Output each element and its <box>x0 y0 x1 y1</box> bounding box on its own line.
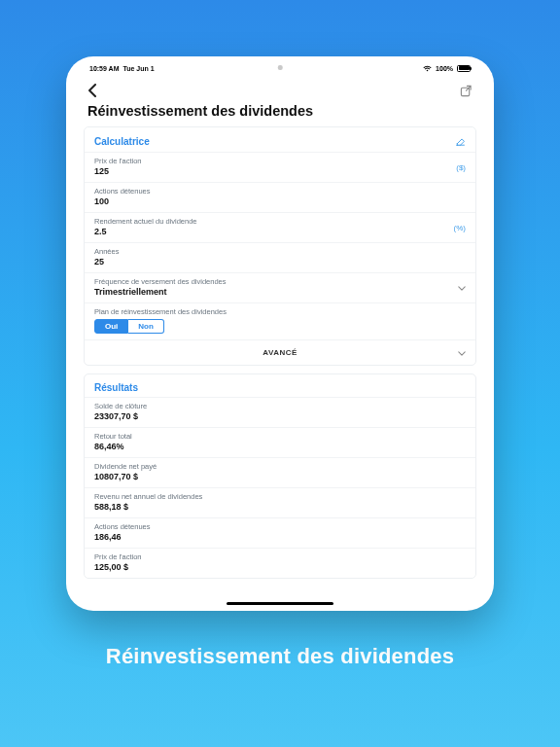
battery-icon <box>457 65 471 72</box>
result-value: 86,46% <box>94 442 466 451</box>
field-value: 125 <box>94 166 466 176</box>
result-value: 186,46 <box>94 532 466 542</box>
field-years[interactable]: Années 25 <box>85 242 475 272</box>
status-time: 10:59 AM Tue Jun 1 <box>89 65 155 72</box>
field-label: Plan de réinvestissement des dividendes <box>94 307 466 316</box>
result-price: Prix de l'action 125,00 $ <box>85 548 475 578</box>
result-net-paid: Dividende net payé 10807,70 $ <box>85 457 475 487</box>
wifi-icon <box>423 65 432 72</box>
header-row <box>66 76 494 103</box>
results-card-head: Résultats <box>85 374 475 397</box>
tablet-frame: 10:59 AM Tue Jun 1 100% Réinvestissement… <box>66 56 494 611</box>
share-button[interactable] <box>460 85 472 100</box>
calc-card-head: Calculatrice <box>85 127 475 152</box>
time: 10:59 AM <box>89 65 119 72</box>
field-label: Prix de l'action <box>94 157 466 165</box>
marketing-caption: Réinvestissement des dividendes <box>106 644 454 669</box>
drip-no[interactable]: Non <box>128 319 164 334</box>
share-icon <box>460 85 472 97</box>
result-value: 10807,70 $ <box>94 472 466 481</box>
eraser-icon <box>455 135 466 146</box>
field-value: Trimestriellement <box>94 287 466 297</box>
result-label: Dividende net payé <box>94 462 466 471</box>
result-annual-income: Revenu net annuel de dividendes 588,18 $ <box>85 487 475 517</box>
field-label: Fréquence de versement des dividendes <box>94 277 466 286</box>
scroll-area[interactable]: Calculatrice Prix de l'action 125 ($) Ac… <box>66 126 494 611</box>
result-label: Actions détenues <box>94 522 466 531</box>
field-value: 2.5 <box>94 227 466 236</box>
result-value: 125,00 $ <box>94 562 466 572</box>
field-label: Rendement actuel du dividende <box>94 217 466 226</box>
chevron-left-icon <box>88 84 97 97</box>
field-value: 25 <box>94 257 466 267</box>
advanced-label: AVANCÉ <box>262 348 298 357</box>
reset-button[interactable] <box>455 135 466 148</box>
currency-suffix: ($) <box>456 163 466 172</box>
back-button[interactable] <box>88 84 97 101</box>
camera-dot <box>278 65 283 70</box>
results-card-title: Résultats <box>94 382 138 393</box>
page-title: Réinvestissement des dividendes <box>66 103 494 126</box>
result-label: Solde de clôture <box>94 402 466 410</box>
result-shares-held: Actions détenues 186,46 <box>85 517 475 548</box>
results-card: Résultats Solde de clôture 23307,70 $ Re… <box>84 374 476 579</box>
status-right: 100% <box>423 65 471 72</box>
date: Tue Jun 1 <box>122 65 154 72</box>
result-value: 588,18 $ <box>94 502 466 512</box>
field-label: Années <box>94 247 466 256</box>
advanced-toggle[interactable]: AVANCÉ <box>85 339 475 365</box>
field-yield[interactable]: Rendement actuel du dividende 2.5 (%) <box>85 212 475 242</box>
field-drip: Plan de réinvestissement des dividendes … <box>85 302 475 339</box>
result-label: Revenu net annuel de dividendes <box>94 492 466 501</box>
chevron-down-icon <box>458 283 466 293</box>
field-value: 100 <box>94 196 466 206</box>
segmented-control: Oui Non <box>94 319 466 334</box>
percent-suffix: (%) <box>454 224 466 232</box>
chevron-down-icon <box>458 348 466 358</box>
result-closing: Solde de clôture 23307,70 $ <box>85 397 475 427</box>
result-label: Retour total <box>94 432 466 441</box>
drip-yes[interactable]: Oui <box>94 319 128 334</box>
field-price[interactable]: Prix de l'action 125 ($) <box>85 152 475 182</box>
field-shares[interactable]: Actions détenues 100 <box>85 182 475 212</box>
calc-card-title: Calculatrice <box>94 136 150 147</box>
home-indicator[interactable] <box>227 602 333 606</box>
result-label: Prix de l'action <box>94 552 466 561</box>
result-value: 23307,70 $ <box>94 411 466 421</box>
field-label: Actions détenues <box>94 187 466 196</box>
field-frequency[interactable]: Fréquence de versement des dividendes Tr… <box>85 272 475 302</box>
battery-pct: 100% <box>436 65 453 72</box>
result-total-return: Retour total 86,46% <box>85 427 475 457</box>
calc-card: Calculatrice Prix de l'action 125 ($) Ac… <box>84 126 476 366</box>
